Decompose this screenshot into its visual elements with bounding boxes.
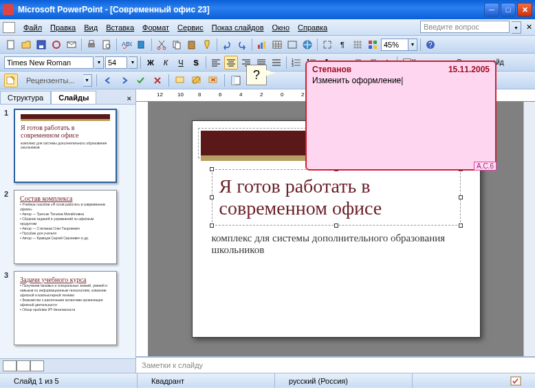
thumbnail[interactable]: Задачи учебного курса Получение базовых … bbox=[14, 271, 117, 345]
cut-icon[interactable] bbox=[155, 38, 168, 52]
view-buttons bbox=[0, 358, 135, 373]
save-icon[interactable] bbox=[34, 38, 48, 52]
reviewers-dropdown-icon[interactable]: ▼ bbox=[83, 74, 92, 87]
tab-slides[interactable]: Слайды bbox=[51, 91, 96, 104]
status-language[interactable]: русский (Россия) bbox=[275, 373, 413, 388]
help-dropdown-icon[interactable]: ▼ bbox=[512, 21, 521, 34]
font-size-select[interactable] bbox=[105, 56, 127, 69]
panel-close-icon[interactable]: × bbox=[123, 93, 135, 104]
expand-icon[interactable] bbox=[320, 38, 334, 52]
slideshow-view-icon[interactable] bbox=[30, 360, 44, 371]
bold-icon[interactable]: Ж bbox=[144, 56, 157, 69]
numbering-icon[interactable]: 123 bbox=[290, 56, 303, 69]
accept-icon[interactable] bbox=[134, 74, 148, 87]
insert-comment-icon[interactable] bbox=[173, 74, 187, 87]
comment-text[interactable]: Изменить оформление bbox=[312, 76, 490, 85]
align-left-icon[interactable] bbox=[209, 56, 223, 69]
format-painter-icon[interactable] bbox=[200, 38, 214, 52]
menu-file[interactable]: Файл bbox=[19, 21, 46, 34]
menu-view[interactable]: Вид bbox=[80, 21, 102, 34]
size-dropdown-icon[interactable]: ▼ bbox=[129, 56, 138, 69]
mdi-close-icon[interactable]: ✕ bbox=[521, 23, 532, 32]
menu-edit[interactable]: Правка bbox=[46, 21, 80, 34]
zoom-input[interactable] bbox=[381, 39, 408, 51]
vertical-scrollbar[interactable] bbox=[523, 102, 535, 356]
thumbnail-row[interactable]: 1 Я готов работать в современном офисе к… bbox=[4, 109, 131, 183]
reviewers-label[interactable]: Рецензенты... bbox=[21, 75, 80, 86]
new-icon[interactable] bbox=[4, 38, 18, 52]
delete-comment-icon[interactable] bbox=[206, 74, 220, 87]
reject-icon[interactable] bbox=[151, 74, 164, 87]
sorter-view-icon[interactable] bbox=[17, 360, 30, 371]
menu-slideshow[interactable]: Показ слайдов bbox=[208, 21, 268, 34]
comment-tag[interactable]: А.С.6 bbox=[474, 162, 496, 171]
grid-icon[interactable] bbox=[351, 38, 364, 52]
slide-title-box[interactable]: Я готов работать в современном офисе bbox=[212, 169, 461, 226]
normal-view-icon[interactable] bbox=[3, 360, 17, 371]
title-bar: Microsoft PowerPoint - [Современный офис… bbox=[0, 0, 535, 19]
align-center-icon[interactable] bbox=[224, 56, 238, 69]
permission-icon[interactable] bbox=[50, 38, 63, 52]
close-button[interactable]: ✕ bbox=[517, 3, 532, 17]
svg-rect-6 bbox=[89, 41, 94, 43]
menu-help[interactable]: Справка bbox=[294, 21, 331, 34]
slide-title[interactable]: Я готов работать в современном офисе bbox=[219, 175, 453, 219]
research-icon[interactable] bbox=[135, 38, 149, 52]
svg-rect-37 bbox=[176, 77, 184, 83]
distributed-icon[interactable] bbox=[270, 56, 283, 69]
svg-rect-14 bbox=[175, 43, 180, 49]
tables-borders-icon[interactable] bbox=[285, 38, 299, 52]
revisions-pane-icon[interactable] bbox=[229, 74, 243, 87]
svg-rect-26 bbox=[373, 45, 377, 49]
thumbnail-row[interactable]: 3 Задачи учебного курса Получение базовы… bbox=[4, 271, 131, 345]
svg-rect-5 bbox=[88, 43, 95, 47]
show-formatting-icon[interactable]: ¶ bbox=[336, 38, 349, 52]
print-icon[interactable] bbox=[85, 38, 98, 52]
menu-bar: Файл Правка Вид Вставка Формат Сервис По… bbox=[0, 19, 535, 36]
thumbnails-list[interactable]: 1 Я готов работать в современном офисе к… bbox=[0, 105, 135, 358]
redo-icon[interactable] bbox=[235, 38, 249, 52]
underline-icon[interactable]: Ч bbox=[174, 56, 188, 69]
status-bar: Слайд 1 из 5 Квадрант русский (Россия) bbox=[0, 373, 535, 388]
comment-author: Степанов bbox=[312, 65, 351, 74]
spell-icon[interactable]: ABC bbox=[120, 38, 133, 52]
preview-icon[interactable] bbox=[100, 38, 113, 52]
help-input[interactable] bbox=[420, 21, 510, 33]
thumbnail[interactable]: Я готов работать в современном офисе ком… bbox=[14, 109, 117, 183]
comment-popup[interactable]: Степанов 15.11.2005 Изменить оформление … bbox=[305, 61, 496, 171]
help-icon[interactable]: ? bbox=[424, 38, 437, 52]
open-icon[interactable] bbox=[19, 38, 33, 52]
slide-subtitle[interactable]: комплекс для системы дополнительного обр… bbox=[212, 232, 461, 256]
italic-icon[interactable]: К bbox=[159, 56, 173, 69]
control-menu-icon[interactable] bbox=[3, 22, 15, 33]
undo-icon[interactable] bbox=[220, 38, 234, 52]
notes-pane[interactable]: Заметки к слайду bbox=[136, 356, 535, 373]
tab-outline[interactable]: Структура bbox=[0, 91, 51, 104]
zoom-dropdown-icon[interactable]: ▼ bbox=[408, 39, 417, 51]
thumbnail-row[interactable]: 2 Состав комплекса Учебное пособие «Я го… bbox=[4, 190, 131, 264]
vertical-ruler[interactable] bbox=[136, 102, 149, 356]
status-layout: Квадрант bbox=[138, 373, 275, 388]
color-icon[interactable] bbox=[366, 38, 380, 52]
status-spell-icon[interactable] bbox=[496, 373, 535, 388]
menu-insert[interactable]: Вставка bbox=[102, 21, 138, 34]
font-select[interactable] bbox=[4, 56, 94, 69]
menu-format[interactable]: Формат bbox=[138, 21, 173, 34]
shadow-icon[interactable]: S bbox=[189, 56, 203, 69]
chart-icon[interactable] bbox=[255, 38, 269, 52]
show-markup-icon[interactable] bbox=[4, 74, 18, 87]
font-dropdown-icon[interactable]: ▼ bbox=[95, 56, 104, 69]
minimize-button[interactable]: ─ bbox=[484, 3, 499, 17]
paste-icon[interactable] bbox=[185, 38, 199, 52]
next-change-icon[interactable] bbox=[118, 74, 131, 87]
maximize-button[interactable]: □ bbox=[501, 3, 516, 17]
hyperlink-icon[interactable] bbox=[301, 38, 314, 52]
menu-window[interactable]: Окно bbox=[268, 21, 294, 34]
thumbnail[interactable]: Состав комплекса Учебное пособие «Я гото… bbox=[14, 190, 117, 264]
email-icon[interactable] bbox=[65, 38, 78, 52]
menu-tools[interactable]: Сервис bbox=[173, 21, 208, 34]
edit-comment-icon[interactable] bbox=[190, 74, 204, 87]
table-icon[interactable] bbox=[270, 38, 284, 52]
prev-change-icon[interactable] bbox=[101, 74, 115, 87]
copy-icon[interactable] bbox=[170, 38, 184, 52]
